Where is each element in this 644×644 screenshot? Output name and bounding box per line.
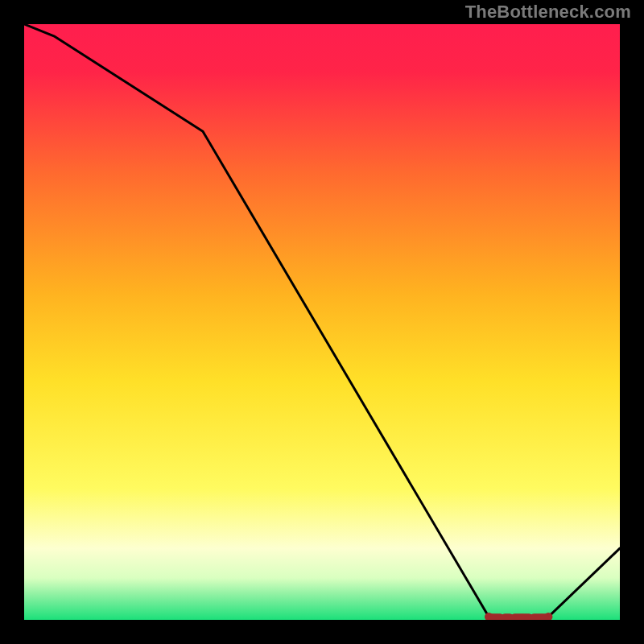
gradient-background bbox=[24, 24, 620, 620]
attribution-text: TheBottleneck.com bbox=[465, 2, 631, 23]
chart-frame: TheBottleneck.com bbox=[0, 0, 644, 644]
chart-svg bbox=[24, 24, 620, 620]
plot-area bbox=[24, 24, 620, 620]
marker-band bbox=[485, 613, 552, 620]
